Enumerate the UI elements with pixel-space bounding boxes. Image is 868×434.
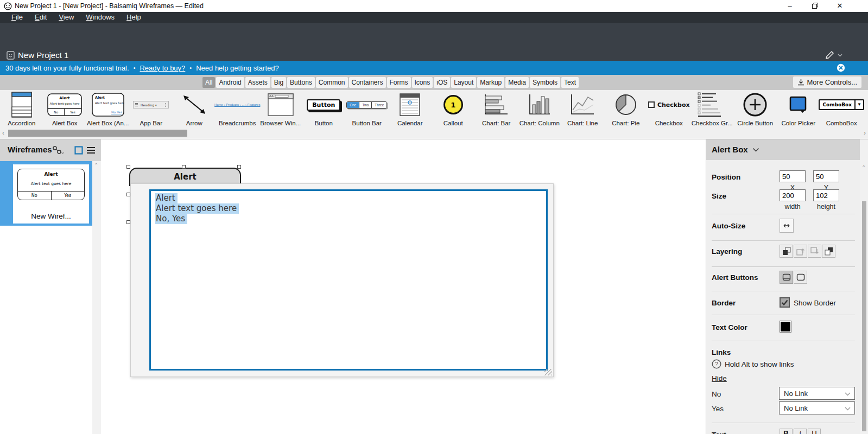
palette-item-breadcrumbs[interactable]: Home › Products › ... › Features Breadcr…	[216, 90, 259, 128]
menu-item-file[interactable]: File	[5, 12, 29, 23]
calendar-thumb-icon	[389, 91, 432, 118]
palette-item-chart-column[interactable]: Chart: Column	[518, 90, 561, 128]
tab-symbols[interactable]: Symbols	[530, 77, 560, 88]
tab-layout[interactable]: Layout	[451, 77, 476, 88]
tab-all[interactable]: All	[202, 77, 215, 88]
tab-containers[interactable]: Containers	[349, 77, 386, 88]
more-controls-button[interactable]: More Controls...	[793, 76, 861, 88]
height-input[interactable]	[813, 189, 839, 201]
palette-item-button[interactable]: Button Button	[302, 90, 346, 128]
edit-textarea[interactable]: Alert Alert text goes here No, Yes	[149, 189, 548, 371]
bring-forward-icon	[796, 247, 805, 256]
tab-android[interactable]: Android	[216, 77, 244, 88]
layering-backward-button[interactable]	[808, 245, 821, 258]
pencil-icon	[824, 50, 835, 61]
tab-forms[interactable]: Forms	[387, 77, 411, 88]
alert-style-plain[interactable]	[794, 271, 807, 284]
palette-item-arrow[interactable]: Arrow	[173, 90, 216, 128]
palette-scrollbar-thumb[interactable]	[8, 130, 187, 137]
ready-to-buy-link[interactable]: Ready to buy?	[140, 64, 185, 72]
palette-item-button-bar[interactable]: One Two Three Button Bar	[345, 90, 389, 128]
app-header: New Project 1	[0, 23, 868, 61]
position-x-input[interactable]	[780, 170, 806, 182]
divider	[712, 240, 855, 241]
palette-item-alert-box-android[interactable]: Alert Alert text goes here No Yes Alert …	[86, 90, 130, 128]
maximize-button[interactable]	[806, 0, 824, 12]
tab-media[interactable]: Media	[505, 77, 529, 88]
layering-forward-button[interactable]	[794, 245, 807, 258]
inspector-scrollbar[interactable]: ⌃	[860, 139, 868, 434]
palette-item-calendar[interactable]: Calendar	[389, 90, 432, 128]
close-button[interactable]: ✕	[831, 0, 849, 12]
underline-button[interactable]: U	[808, 429, 821, 434]
tab-buttons[interactable]: Buttons	[287, 77, 315, 88]
resize-grip[interactable]	[544, 369, 552, 375]
help-getting-started-text[interactable]: Need help getting started?	[196, 64, 279, 72]
selection-handle[interactable]	[126, 220, 130, 224]
tab-text[interactable]: Text	[561, 77, 579, 88]
palette-item-chart-line[interactable]: Chart: Line	[561, 90, 605, 128]
alert-style-buttons-bottom[interactable]	[780, 271, 793, 284]
scroll-right-icon[interactable]: ›	[864, 129, 866, 137]
position-y-input[interactable]	[813, 170, 839, 182]
selection-handle[interactable]	[237, 165, 241, 169]
tab-ios[interactable]: iOS	[434, 77, 450, 88]
scroll-left-icon[interactable]: ‹	[2, 129, 4, 137]
palette-scrollbar[interactable]: ‹ ›	[0, 128, 868, 139]
more-controls-label: More Controls...	[807, 78, 857, 86]
wireframe-name[interactable]: New Wiref...	[13, 212, 89, 220]
bring-to-front-icon	[782, 247, 791, 256]
links-hide-link[interactable]: Hide	[712, 374, 727, 382]
scroll-up-icon[interactable]: ⌃	[861, 164, 866, 170]
palette-item-alert-box[interactable]: Alert Alert text goes here No Yes Alert …	[43, 90, 87, 128]
svg-text:Alert text goes here: Alert text goes here	[50, 102, 80, 106]
palette-item-browser-window[interactable]: Browser Win...	[259, 90, 302, 128]
inspector-header[interactable]: Alert Box	[706, 139, 860, 160]
yes-link-select[interactable]: No Link	[779, 401, 855, 414]
scroll-up-icon[interactable]: ⌃	[94, 162, 98, 168]
wireframes-scrollbar[interactable]: ⌃	[92, 161, 101, 434]
layering-front-button[interactable]	[780, 245, 793, 258]
palette-item-combobox[interactable]: ComboBox ▼ ComboBox	[820, 90, 864, 128]
minimize-button[interactable]: –	[781, 0, 799, 12]
palette-item-callout[interactable]: 1 Callout	[432, 90, 475, 128]
menu-item-edit[interactable]: Edit	[29, 12, 53, 23]
bold-button[interactable]: B	[780, 429, 793, 434]
width-input[interactable]	[780, 189, 806, 201]
menu-item-help[interactable]: Help	[121, 12, 147, 23]
tab-markup[interactable]: Markup	[477, 77, 504, 88]
tab-assets[interactable]: Assets	[245, 77, 270, 88]
show-border-checkbox[interactable]	[780, 297, 790, 308]
banner-close-button[interactable]	[837, 63, 845, 72]
palette-item-checkbox[interactable]: Checkbox Checkbox	[648, 90, 691, 128]
menu-item-view[interactable]: View	[53, 12, 80, 23]
inspector-scrollbar-thumb[interactable]	[862, 201, 866, 431]
wireframe-thumbnail[interactable]: Alert Alert text goes here No Yes New Wi…	[0, 161, 92, 226]
wireframe-skin-button[interactable]	[824, 50, 844, 62]
palette-item-chart-pie[interactable]: Chart: Pie	[604, 90, 648, 128]
thumbnail-view-button[interactable]	[74, 146, 83, 155]
palette-item-color-picker[interactable]: Color Picker	[777, 90, 820, 128]
selection-handle[interactable]	[182, 165, 186, 169]
italic-button[interactable]: i	[794, 429, 807, 434]
text-color-swatch[interactable]	[780, 321, 791, 333]
divider	[712, 315, 855, 315]
autosize-button[interactable]	[780, 219, 794, 233]
palette-item-app-bar[interactable]: Heading ▾ App Bar	[130, 90, 173, 128]
layering-back-button[interactable]	[822, 245, 835, 258]
palette-item-checkbox-group[interactable]: Checkbox Gr...	[690, 90, 734, 128]
list-view-button[interactable]	[86, 146, 96, 155]
tab-common[interactable]: Common	[316, 77, 348, 88]
menu-item-windows[interactable]: Windows	[80, 12, 121, 23]
canvas[interactable]: Alert Alert Alert text goes here No, Yes	[101, 139, 706, 434]
hierarchy-icon[interactable]	[52, 145, 64, 155]
palette-item-accordion[interactable]: Accordion	[0, 90, 43, 128]
no-link-select[interactable]: No Link	[779, 387, 855, 400]
palette-item-circle-button[interactable]: Circle Button	[734, 90, 777, 128]
thumbnail-alert-box: Alert Alert text goes here No Yes	[17, 169, 85, 200]
tab-icons[interactable]: Icons	[412, 77, 433, 88]
palette-item-chart-bar[interactable]: Chart: Bar	[475, 90, 518, 128]
selection-handle[interactable]	[126, 165, 130, 169]
selection-handle[interactable]	[126, 193, 130, 196]
tab-big[interactable]: Big	[271, 77, 286, 88]
